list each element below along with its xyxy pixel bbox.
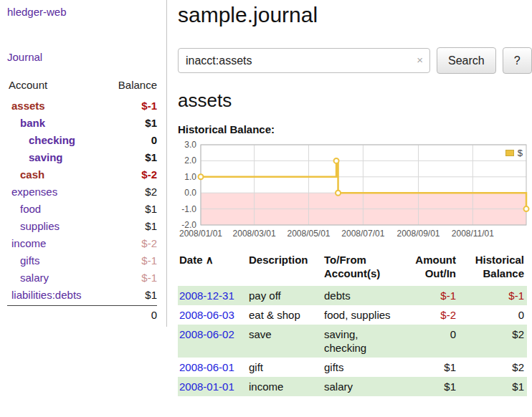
- register-col-header-amount: AmountOut/In: [405, 251, 459, 286]
- journal-title: sample.journal: [178, 3, 527, 27]
- balance-column-header: Balance: [118, 79, 157, 91]
- register-row: 2008-06-03eat & shopfood, supplies$-20: [178, 305, 527, 325]
- register-date-link[interactable]: 2008-12-31: [179, 289, 234, 302]
- svg-text:2008/07/01: 2008/07/01: [341, 229, 384, 239]
- register-amount: $-2: [440, 309, 456, 321]
- search-field-wrap: ×: [178, 48, 430, 73]
- svg-text:2.0: 2.0: [184, 155, 196, 166]
- search-input[interactable]: [178, 48, 430, 73]
- register-accounts: salary: [323, 377, 405, 396]
- accounts-total-row: 0: [7, 305, 157, 321]
- hledger-web-app: hledger-web Journal Account Balance asse…: [0, 0, 532, 396]
- register-row: 2008-01-01incomesalary$1$1: [178, 377, 527, 396]
- help-button[interactable]: ?: [503, 47, 532, 74]
- chart-canvas: 3.02.01.00.0-1.0-2.02008/01/012008/03/01…: [178, 141, 528, 241]
- account-heading: assets: [178, 90, 527, 112]
- accounts-table-header: Account Balance: [7, 77, 157, 97]
- sidebar: hledger-web Journal Account Balance asse…: [0, 0, 167, 327]
- register-amount: $1: [444, 361, 456, 373]
- register-date-link[interactable]: 2008-06-02: [179, 328, 234, 340]
- register-date-link[interactable]: 2008-06-03: [179, 309, 234, 321]
- account-balance: $1: [145, 289, 157, 301]
- register-header-row: Date ∧DescriptionTo/FromAccount(s)Amount…: [178, 251, 527, 286]
- account-row: bank$1: [7, 114, 157, 131]
- account-balance: $-2: [141, 237, 157, 249]
- register-date-link[interactable]: 2008-06-01: [179, 361, 234, 373]
- register-row: 2008-12-31pay offdebts$-1$-1: [178, 286, 527, 305]
- account-link[interactable]: bank: [7, 117, 45, 129]
- register-col-header-date[interactable]: Date ∧: [178, 251, 247, 286]
- account-link[interactable]: gifts: [7, 254, 40, 267]
- register-accounts: debts: [323, 286, 405, 305]
- search-button[interactable]: Search: [437, 47, 496, 74]
- account-row: saving$1: [7, 148, 157, 166]
- historical-balance-chart: $ 3.02.01.00.0-1.0-2.02008/01/012008/03/…: [178, 141, 528, 241]
- account-balance: $2: [145, 186, 157, 198]
- account-balance: 0: [151, 134, 157, 146]
- account-link[interactable]: saving: [7, 151, 63, 163]
- account-link[interactable]: income: [7, 237, 46, 249]
- accounts-table: Account Balance assets$-1bank$1checking0…: [7, 77, 157, 321]
- search-bar: × Search ?: [178, 47, 527, 74]
- legend-label: $: [518, 148, 523, 158]
- account-link[interactable]: salary: [7, 272, 49, 284]
- register-amount: 0: [450, 328, 456, 340]
- legend-color-swatch: [505, 150, 514, 156]
- register-amount: $-1: [440, 289, 456, 302]
- clear-search-icon[interactable]: ×: [417, 54, 423, 66]
- account-row: checking0: [7, 131, 157, 148]
- register-col-header-balance: HistoricalBalance: [459, 251, 527, 286]
- account-link[interactable]: expenses: [7, 186, 57, 198]
- account-row: supplies$1: [7, 217, 157, 234]
- register-date-link[interactable]: 2008-01-01: [179, 380, 234, 393]
- register-accounts: saving, checking: [323, 325, 405, 358]
- account-link[interactable]: assets: [7, 100, 45, 112]
- register-description: gift: [247, 358, 323, 377]
- register-table: Date ∧DescriptionTo/FromAccount(s)Amount…: [178, 251, 527, 396]
- account-link[interactable]: food: [7, 203, 41, 215]
- sidebar-journal-link[interactable]: Journal: [7, 51, 157, 63]
- account-row: cash$-2: [7, 166, 157, 183]
- svg-text:2008/11/01: 2008/11/01: [452, 229, 494, 239]
- accounts-column-header: Account: [9, 79, 47, 91]
- register-description: income: [247, 377, 323, 396]
- svg-text:2008/05/01: 2008/05/01: [287, 229, 330, 239]
- account-balance: $-1: [141, 254, 157, 267]
- register-row: 2008-06-01giftgifts$1$2: [178, 358, 527, 377]
- account-row: expenses$2: [7, 183, 157, 200]
- sort-ascending-icon: ∧: [203, 254, 214, 266]
- chart-legend: $: [503, 146, 526, 160]
- account-balance: $1: [145, 117, 157, 129]
- account-row: food$1: [7, 200, 157, 217]
- account-balance: $-2: [141, 168, 157, 181]
- account-row: assets$-1: [7, 97, 157, 114]
- register-accounts: gifts: [323, 358, 405, 377]
- chart-title: Historical Balance:: [178, 123, 527, 135]
- register-balance: $2: [512, 328, 524, 340]
- account-row: liabilities:debts$1: [7, 286, 157, 303]
- account-row: income$-2: [7, 234, 157, 251]
- account-link[interactable]: checking: [7, 134, 75, 146]
- svg-text:0.0: 0.0: [184, 188, 196, 198]
- register-accounts: food, supplies: [323, 305, 405, 325]
- register-col-header-description: Description: [247, 251, 323, 286]
- svg-text:2008/09/01: 2008/09/01: [396, 229, 440, 239]
- register-balance: $1: [512, 380, 524, 393]
- account-row: gifts$-1: [7, 251, 157, 269]
- svg-text:2008/01/01: 2008/01/01: [179, 229, 222, 239]
- accounts-rows: assets$-1bank$1checking0saving$1cash$-2e…: [7, 97, 157, 303]
- account-link[interactable]: liabilities:debts: [7, 289, 82, 301]
- account-balance: $1: [145, 220, 157, 232]
- register-description: pay off: [247, 286, 323, 305]
- account-link[interactable]: cash: [7, 168, 44, 181]
- register-balance: $-1: [508, 289, 524, 302]
- svg-text:3.0: 3.0: [184, 140, 196, 150]
- app-title-link[interactable]: hledger-web: [7, 6, 157, 18]
- register-description: eat & shop: [247, 305, 323, 325]
- account-link[interactable]: supplies: [7, 220, 60, 232]
- account-balance: $-1: [141, 100, 157, 112]
- register-amount: $1: [444, 380, 456, 393]
- account-balance: $1: [145, 151, 157, 163]
- account-balance: $-1: [141, 272, 157, 284]
- total-balance: 0: [151, 309, 157, 321]
